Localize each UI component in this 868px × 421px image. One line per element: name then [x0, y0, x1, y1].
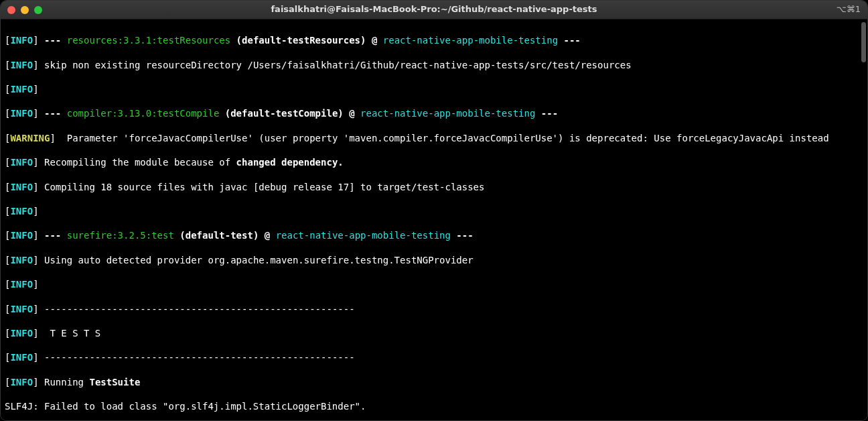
log-line: [INFO] ---------------------------------…: [5, 303, 863, 315]
traffic-lights: [7, 6, 42, 14]
tab-shortcut: ⌥⌘1: [837, 3, 861, 15]
log-line: [INFO] Recompiling the module because of…: [5, 156, 863, 168]
log-line: [INFO] T E S T S: [5, 327, 863, 339]
log-line: [INFO] ---------------------------------…: [5, 351, 863, 363]
log-line: [INFO] Compiling 18 source files with ja…: [5, 181, 863, 193]
log-line: [INFO]: [5, 278, 863, 290]
log-line: [INFO]: [5, 83, 863, 95]
log-line: SLF4J: Failed to load class "org.slf4j.i…: [5, 400, 863, 412]
close-icon[interactable]: [7, 6, 15, 14]
log-line: [INFO] Running TestSuite: [5, 376, 863, 388]
log-line: [INFO] --- resources:3.3.1:testResources…: [5, 34, 863, 46]
terminal-output[interactable]: [INFO] --- resources:3.3.1:testResources…: [1, 19, 867, 420]
window-title: faisalkhatri@Faisals-MacBook-Pro:~/Githu…: [1, 3, 867, 15]
log-line: [INFO]: [5, 205, 863, 217]
log-line: [INFO] skip non existing resourceDirecto…: [5, 59, 863, 71]
titlebar: faisalkhatri@Faisals-MacBook-Pro:~/Githu…: [1, 1, 867, 19]
scrollbar-thumb[interactable]: [861, 22, 866, 62]
log-line: [INFO] Using auto detected provider org.…: [5, 254, 863, 266]
minimize-icon[interactable]: [21, 6, 29, 14]
zoom-icon[interactable]: [34, 6, 42, 14]
log-line: [INFO] --- surefire:3.2.5:test (default-…: [5, 229, 863, 241]
log-line: [INFO] --- compiler:3.13.0:testCompile (…: [5, 107, 863, 119]
log-line: [WARNING] Parameter 'forceJavacCompilerU…: [5, 132, 863, 144]
